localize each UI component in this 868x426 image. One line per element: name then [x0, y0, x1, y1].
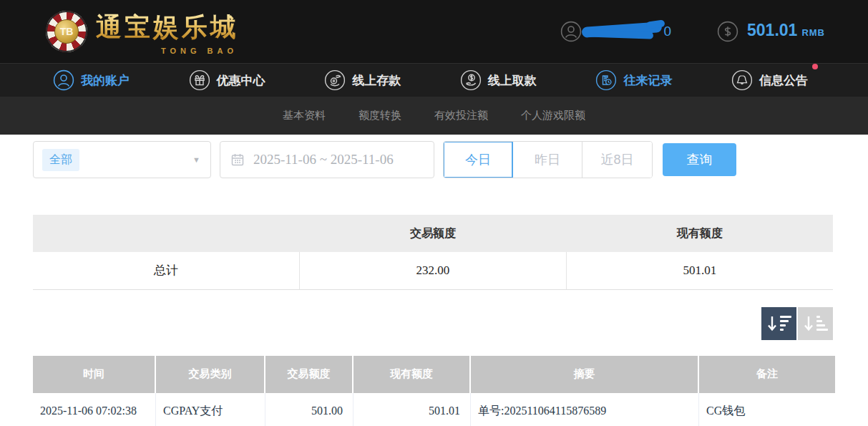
- summary-header-current-amount: 现有额度: [566, 215, 833, 252]
- sort-ascending-button[interactable]: [798, 307, 833, 340]
- col-transaction-type: 交易类别: [156, 356, 265, 393]
- logo[interactable]: TB 通宝娱乐城 TONG BAO: [46, 10, 239, 54]
- col-remarks: 备注: [699, 356, 835, 393]
- logo-text: 通宝娱乐城 TONG BAO: [96, 10, 239, 54]
- nav-online-deposit[interactable]: 线上存款: [324, 69, 401, 91]
- filter-bar: 全部 ▼ 2025-11-06 ~ 2025-11-06 今日 昨日 近8日 查…: [33, 141, 868, 178]
- summary-header-transaction-amount: 交易额度: [300, 215, 567, 252]
- nav-label: 我的账户: [81, 72, 130, 89]
- col-time: 时间: [33, 356, 156, 393]
- balance-currency: RMB: [801, 27, 825, 38]
- sort-ascending-icon: [804, 316, 828, 331]
- cell-current-amount: 501.01: [353, 393, 471, 426]
- search-button[interactable]: 查询: [663, 143, 736, 176]
- chip-label: TB: [54, 19, 79, 44]
- username-redaction-scribble: [586, 22, 666, 41]
- subnav-valid-bets[interactable]: 有效投注额: [434, 109, 488, 122]
- summary-header-empty: [33, 215, 300, 252]
- top-header: TB 通宝娱乐城 TONG BAO 0 501.01 RMB: [0, 0, 868, 63]
- date-range-input[interactable]: 2025-11-06 ~ 2025-11-06: [220, 141, 434, 178]
- quick-range-yesterday[interactable]: 昨日: [513, 142, 582, 178]
- nav-promotions[interactable]: 优惠中心: [189, 69, 265, 91]
- col-transaction-amount: 交易额度: [265, 356, 353, 393]
- casino-chip-icon: TB: [46, 11, 87, 52]
- nav-label: 信息公告: [759, 72, 808, 89]
- cell-transaction-amount: 501.00: [265, 393, 353, 426]
- username-visible-suffix: 0: [663, 24, 671, 39]
- nav-label: 往来记录: [623, 72, 672, 89]
- nav-label: 优惠中心: [217, 72, 265, 89]
- account-username[interactable]: 0: [560, 21, 671, 42]
- nav-label: 线上取款: [488, 72, 537, 89]
- quick-range-today[interactable]: 今日: [444, 142, 513, 178]
- col-summary: 摘要: [471, 356, 699, 393]
- summary-table: 交易额度 现有额度 总计 232.00 501.01: [33, 215, 833, 290]
- sort-descending-icon: [767, 316, 791, 331]
- sort-controls: [0, 307, 833, 340]
- records-header-row: 时间 交易类别 交易额度 现有额度 摘要 备注: [33, 356, 835, 393]
- nav-announcements[interactable]: 信息公告: [731, 69, 808, 91]
- dollar-icon: [717, 21, 738, 42]
- user-icon: [560, 21, 582, 42]
- cell-transaction-type: CGPAY支付: [156, 393, 265, 426]
- site-title: 通宝娱乐城: [96, 10, 239, 45]
- notification-dot: [812, 64, 818, 69]
- col-current-amount: 现有额度: [353, 356, 471, 393]
- table-row: 2025-11-06 07:02:38 CGPAY支付 501.00 501.0…: [33, 393, 835, 426]
- cell-summary: 单号:202511064115876589: [471, 393, 699, 426]
- quick-range-last8days[interactable]: 近8日: [582, 142, 652, 178]
- cell-time: 2025-11-06 07:02:38: [33, 393, 156, 426]
- nav-my-account[interactable]: 我的账户: [53, 69, 130, 91]
- gift-icon: [189, 69, 210, 91]
- withdraw-icon: [460, 69, 482, 91]
- calendar-icon: [230, 153, 245, 167]
- chevron-down-icon: ▼: [192, 155, 200, 164]
- balance-amount: 501.01: [747, 21, 797, 40]
- subnav-personal-game-limit[interactable]: 个人游戏限额: [521, 109, 585, 122]
- nav-label: 线上存款: [352, 72, 401, 89]
- bell-icon: [731, 69, 753, 91]
- main-navigation: 我的账户 优惠中心 线上存款 线上取款 往来记录: [0, 63, 868, 97]
- date-range-value: 2025-11-06 ~ 2025-11-06: [253, 152, 394, 168]
- subnav-balance-transfer[interactable]: 额度转换: [359, 109, 401, 122]
- cell-remarks: CG钱包: [699, 393, 835, 426]
- user-icon: [53, 69, 74, 91]
- summary-transaction-amount: 232.00: [300, 252, 567, 289]
- sort-descending-button[interactable]: [761, 307, 796, 340]
- subnav-basic-info[interactable]: 基本资料: [283, 109, 326, 122]
- deposit-icon: [324, 69, 346, 91]
- nav-online-withdrawal[interactable]: 线上取款: [460, 69, 537, 91]
- summary-total-label: 总计: [33, 252, 300, 289]
- records-icon: [595, 69, 617, 91]
- records-table: 时间 交易类别 交易额度 现有额度 摘要 备注 2025-11-06 07:02…: [33, 356, 835, 426]
- balance[interactable]: 501.01 RMB: [717, 21, 825, 42]
- summary-header-row: 交易额度 现有额度: [33, 215, 833, 252]
- summary-total-row: 总计 232.00 501.01: [33, 252, 833, 289]
- nav-transaction-records[interactable]: 往来记录: [595, 69, 672, 91]
- quick-range-group: 今日 昨日 近8日: [443, 141, 653, 178]
- transaction-type-select[interactable]: 全部 ▼: [33, 141, 211, 178]
- selected-type-chip: 全部: [42, 149, 79, 171]
- site-subtitle: TONG BAO: [161, 47, 238, 55]
- account-subnav: 基本资料 额度转换 有效投注额 个人游戏限额: [0, 97, 868, 135]
- summary-current-amount: 501.01: [566, 252, 833, 289]
